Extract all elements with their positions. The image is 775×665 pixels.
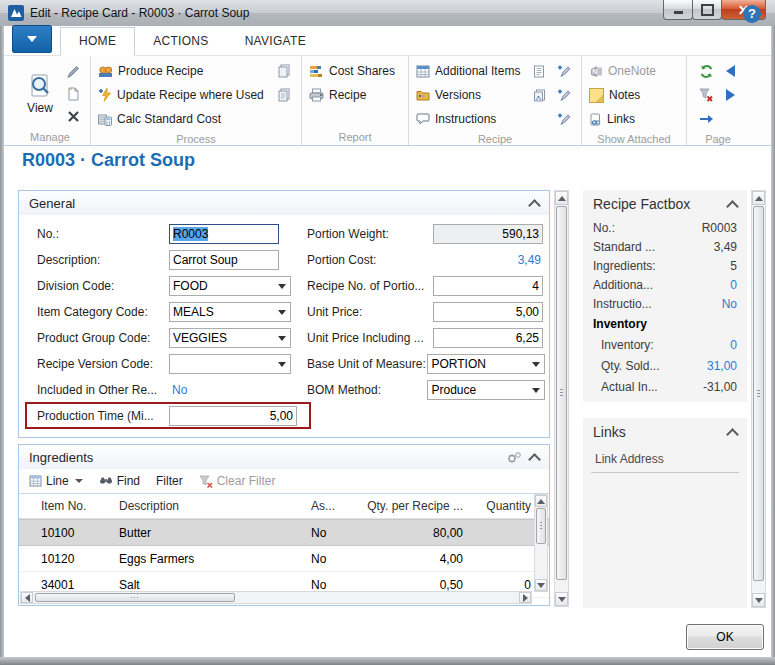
no-field[interactable]: R0003 bbox=[169, 224, 279, 244]
links-button[interactable]: Links bbox=[589, 107, 679, 131]
scroll-down-button[interactable] bbox=[752, 593, 765, 607]
unit-price-field[interactable]: 5,00 bbox=[433, 302, 543, 322]
factbox-link[interactable]: 0 bbox=[730, 278, 737, 292]
tab-home[interactable]: HOME bbox=[60, 27, 135, 56]
scrollbar-thumb[interactable] bbox=[536, 508, 546, 544]
links-factbox-header[interactable]: Links bbox=[583, 418, 747, 446]
factbox-link[interactable]: No bbox=[722, 297, 737, 311]
next-icon bbox=[726, 89, 735, 101]
scroll-up-button[interactable] bbox=[752, 191, 765, 205]
scrollbar-thumb[interactable] bbox=[35, 593, 235, 602]
group-label-report: Report bbox=[309, 129, 401, 145]
report-document-icon[interactable] bbox=[529, 62, 549, 80]
recipe-factbox-header[interactable]: Recipe Factbox bbox=[583, 190, 747, 218]
factbox-link[interactable]: 0 bbox=[730, 338, 737, 352]
notes-button[interactable]: Notes bbox=[589, 83, 679, 107]
column-header-description[interactable]: Description bbox=[119, 499, 311, 513]
field-label: Division Code: bbox=[37, 279, 169, 293]
link-address-column-header[interactable]: Link Address bbox=[583, 446, 747, 472]
edit-button[interactable] bbox=[63, 63, 83, 81]
base-unit-of-measure-select[interactable]: PORTION bbox=[427, 354, 545, 374]
included-in-other-recipes-link[interactable]: No bbox=[169, 383, 187, 397]
bom-method-select[interactable]: Produce bbox=[427, 380, 545, 400]
speech-bubble-icon bbox=[416, 113, 430, 125]
main-vertical-scrollbar[interactable] bbox=[554, 190, 569, 607]
column-header-as[interactable]: As... bbox=[311, 499, 347, 513]
instructions-button[interactable]: Instructions bbox=[416, 107, 574, 131]
scroll-right-button[interactable] bbox=[519, 592, 531, 603]
table-row[interactable]: 10120 Eggs Farmers No 4,00 bbox=[19, 546, 549, 572]
ok-button[interactable]: OK bbox=[686, 624, 764, 650]
column-header-qty-per-recipe[interactable]: Qty. per Recipe ... bbox=[347, 499, 469, 513]
edit-versions-icon[interactable] bbox=[554, 86, 574, 104]
settings-gears-icon[interactable] bbox=[506, 451, 522, 464]
collapse-general-icon[interactable] bbox=[528, 199, 541, 212]
ribbon: View Manage Produce Recipe Up bbox=[4, 56, 771, 146]
tab-navigate[interactable]: NAVIGATE bbox=[227, 28, 324, 55]
portion-cost-link[interactable]: 3,49 bbox=[433, 253, 545, 267]
edit-list-icon[interactable] bbox=[554, 62, 574, 80]
description-field[interactable]: Carrot Soup bbox=[169, 250, 279, 270]
general-header[interactable]: General bbox=[19, 191, 549, 215]
column-header-quantity[interactable]: Quantity bbox=[469, 499, 531, 513]
recipe-report-button[interactable]: Recipe bbox=[309, 83, 401, 107]
next-button[interactable] bbox=[720, 86, 740, 104]
scroll-down-button[interactable] bbox=[555, 592, 568, 606]
maximize-button[interactable] bbox=[692, 0, 722, 20]
scroll-left-button[interactable] bbox=[21, 592, 33, 603]
clear-filter-page-button[interactable] bbox=[696, 86, 716, 104]
table-row[interactable]: 10100 Butter No 80,00 bbox=[19, 519, 549, 546]
cost-shares-button[interactable]: Cost Shares bbox=[309, 59, 401, 83]
application-menu-button[interactable] bbox=[12, 25, 52, 53]
clear-filter-button[interactable]: Clear Filter bbox=[199, 474, 276, 488]
recipe-version-code-select[interactable] bbox=[169, 354, 291, 374]
find-button[interactable]: Find bbox=[99, 474, 140, 488]
collapse-factbox-icon[interactable] bbox=[726, 200, 739, 213]
factbox-link[interactable]: 31,00 bbox=[707, 359, 737, 373]
new-button[interactable] bbox=[63, 85, 83, 103]
table-horizontal-scrollbar[interactable] bbox=[20, 591, 532, 604]
delete-button[interactable] bbox=[63, 107, 83, 125]
scroll-up-button[interactable] bbox=[555, 191, 568, 205]
additional-items-button[interactable]: Additional Items bbox=[416, 59, 574, 83]
unit-price-including-vat-field[interactable]: 6,25 bbox=[433, 328, 543, 348]
minimize-icon bbox=[674, 11, 683, 14]
edit-instructions-icon[interactable] bbox=[554, 110, 574, 128]
view-button[interactable]: View bbox=[17, 59, 63, 129]
collapse-ingredients-icon[interactable] bbox=[528, 453, 541, 466]
filter-button[interactable]: Filter bbox=[156, 474, 183, 488]
table-vertical-scrollbar[interactable] bbox=[534, 494, 548, 592]
scroll-down-button[interactable] bbox=[535, 579, 547, 591]
calc-standard-cost-button[interactable]: Calc Standard Cost bbox=[98, 107, 294, 131]
line-menu-button[interactable]: Line bbox=[29, 474, 83, 488]
copy-document-icon[interactable] bbox=[274, 86, 294, 104]
minimize-button[interactable] bbox=[663, 0, 693, 20]
refresh-button[interactable] bbox=[696, 62, 716, 80]
scrollbar-thumb[interactable] bbox=[753, 206, 764, 581]
ribbon-group-show-attached: N OneNote Notes Links Show Attached bbox=[582, 56, 687, 145]
column-header-item-no[interactable]: Item No. bbox=[41, 499, 119, 513]
versions-button[interactable]: Versions bbox=[416, 83, 574, 107]
collapse-links-icon[interactable] bbox=[726, 428, 739, 441]
factbox-vertical-scrollbar[interactable] bbox=[751, 190, 766, 608]
scroll-up-button[interactable] bbox=[535, 495, 547, 507]
update-recipe-where-used-button[interactable]: Update Recipe where Used bbox=[98, 83, 294, 107]
help-button[interactable]: ? bbox=[743, 5, 761, 23]
item-category-code-select[interactable]: MEALS bbox=[169, 302, 291, 322]
onenote-button[interactable]: N OneNote bbox=[589, 59, 679, 83]
product-group-code-select[interactable]: VEGGIES bbox=[169, 328, 291, 348]
division-code-select[interactable]: FOOD bbox=[169, 276, 291, 296]
recipe-no-of-portions-field[interactable]: 4 bbox=[433, 276, 543, 296]
go-to-button[interactable] bbox=[696, 110, 716, 128]
group-label-recipe: Recipe bbox=[416, 131, 574, 147]
ingredients-header[interactable]: Ingredients bbox=[19, 445, 549, 469]
previous-button[interactable] bbox=[720, 62, 740, 80]
tab-actions[interactable]: ACTIONS bbox=[135, 28, 226, 55]
production-time-field[interactable]: 5,00 bbox=[169, 406, 297, 426]
produce-recipe-button[interactable]: Produce Recipe bbox=[98, 59, 294, 83]
factbox-value: -31,00 bbox=[703, 380, 737, 394]
copy-versions-icon[interactable] bbox=[529, 86, 549, 104]
field-label: Recipe No. of Portio... bbox=[307, 279, 433, 293]
copy-icon[interactable] bbox=[274, 62, 294, 80]
scrollbar-thumb[interactable] bbox=[556, 206, 567, 580]
